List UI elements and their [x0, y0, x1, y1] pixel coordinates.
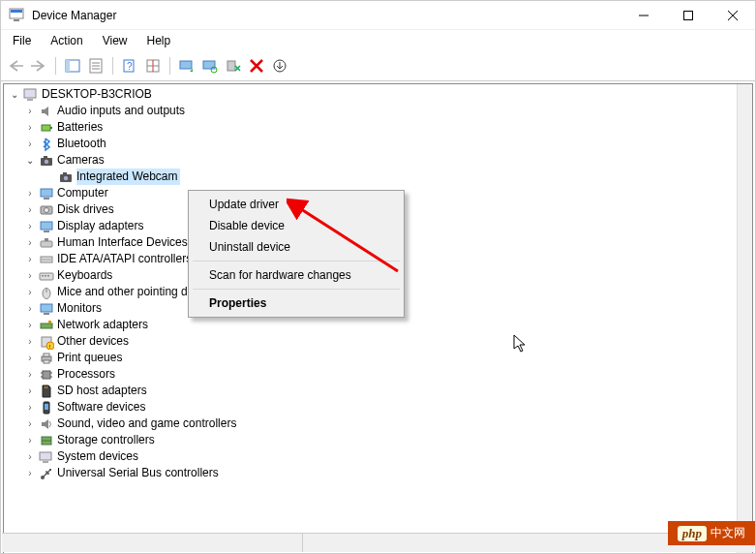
ctx-scan-hardware[interactable]: Scan for hardware changes — [192, 264, 401, 286]
category-label[interactable]: IDE ATA/ATAPI controllers — [57, 251, 192, 267]
properties-button[interactable] — [85, 55, 106, 77]
svg-rect-58 — [44, 360, 49, 363]
expand-toggle[interactable]: › — [23, 220, 37, 233]
expand-toggle[interactable]: › — [23, 385, 37, 398]
category-label[interactable]: Sound, video and game controllers — [57, 416, 236, 432]
svg-rect-44 — [42, 275, 44, 277]
camera-icon — [39, 153, 54, 169]
titlebar: Device Manager — [1, 1, 755, 30]
menubar: File Action View Help — [1, 30, 755, 53]
category-label[interactable]: Monitors — [57, 300, 102, 317]
minimize-button[interactable] — [621, 1, 666, 30]
expand-toggle[interactable]: › — [23, 187, 37, 200]
svg-rect-4 — [684, 11, 693, 19]
ctx-uninstall-device[interactable]: Uninstall device — [192, 236, 401, 258]
expand-toggle[interactable]: ⌄ — [23, 154, 37, 168]
expand-toggle[interactable]: › — [23, 302, 37, 316]
audio-icon — [39, 104, 54, 119]
category-label[interactable]: Computer — [57, 185, 108, 201]
category-label[interactable]: Disk drives — [57, 201, 114, 218]
category-label[interactable]: Print queues — [57, 350, 122, 366]
network-icon — [39, 318, 54, 333]
app-icon — [9, 8, 24, 23]
monitor-up-icon — [179, 58, 195, 74]
menu-file[interactable]: File — [9, 32, 35, 49]
expand-toggle[interactable]: › — [23, 269, 37, 283]
maximize-button[interactable] — [666, 1, 711, 30]
show-hide-tree-button[interactable] — [62, 55, 83, 77]
category-label[interactable]: Cameras — [57, 152, 105, 169]
category-label[interactable]: Human Interface Devices — [57, 234, 188, 251]
category-label[interactable]: Bluetooth — [57, 136, 106, 152]
svg-rect-65 — [46, 386, 47, 388]
expand-toggle[interactable]: › — [23, 434, 37, 447]
expand-toggle[interactable]: › — [23, 121, 37, 135]
forward-button[interactable] — [28, 55, 49, 77]
ctx-separator — [193, 261, 400, 262]
category-label[interactable]: Display adapters — [57, 218, 143, 234]
svg-rect-71 — [43, 461, 48, 463]
category-label[interactable]: Storage controllers — [57, 432, 155, 448]
disk-icon — [39, 202, 54, 218]
sound-icon — [39, 416, 54, 432]
category-label[interactable]: Other devices — [57, 333, 129, 350]
svg-rect-57 — [44, 354, 49, 356]
category-label[interactable]: SD host adapters — [57, 383, 147, 399]
expand-toggle[interactable]: › — [23, 467, 37, 480]
context-menu: Update driver Disable device Uninstall d… — [188, 190, 405, 318]
category-label[interactable]: Software devices — [57, 399, 145, 416]
svg-rect-2 — [14, 19, 19, 21]
ctx-disable-device[interactable]: Disable device — [192, 215, 401, 236]
svg-rect-52 — [48, 321, 51, 323]
svg-point-36 — [45, 207, 49, 212]
menu-view[interactable]: View — [99, 32, 132, 49]
svg-rect-1 — [11, 10, 22, 13]
close-button[interactable] — [711, 1, 755, 30]
category-label[interactable]: Keyboards — [57, 267, 112, 284]
menu-action[interactable]: Action — [46, 32, 86, 49]
expand-toggle[interactable]: › — [23, 105, 37, 118]
disable-icon — [226, 58, 241, 74]
expand-toggle[interactable]: › — [23, 368, 37, 382]
menu-help[interactable]: Help — [143, 32, 175, 49]
expand-toggle[interactable]: › — [23, 335, 37, 349]
category-label[interactable]: System devices — [57, 448, 138, 465]
expand-toggle[interactable]: › — [23, 417, 37, 431]
ctx-properties[interactable]: Properties — [192, 292, 401, 314]
svg-rect-70 — [40, 452, 51, 460]
expand-toggle[interactable]: › — [23, 138, 37, 151]
category-label[interactable]: Universal Serial Bus controllers — [57, 465, 219, 481]
expand-toggle[interactable]: › — [23, 236, 37, 250]
watermark: php 中文网 — [668, 521, 755, 545]
svg-rect-51 — [41, 323, 52, 328]
category-label[interactable]: Network adapters — [57, 317, 148, 333]
expand-toggle[interactable]: › — [23, 450, 37, 464]
help-button[interactable]: ? — [119, 55, 140, 77]
ctx-update-driver[interactable]: Update driver — [192, 194, 401, 215]
vertical-scrollbar[interactable] — [737, 84, 752, 554]
update-driver-button[interactable] — [176, 55, 197, 77]
arrow-right-icon — [31, 60, 46, 72]
root-node-label[interactable]: DESKTOP-B3CRIOB — [42, 86, 152, 103]
device-label-selected[interactable]: Integrated Webcam — [76, 169, 180, 185]
expand-toggle[interactable]: › — [23, 253, 37, 266]
scan-hardware-button[interactable] — [199, 55, 221, 77]
expand-toggle[interactable]: › — [23, 352, 37, 365]
expand-toggle[interactable]: › — [23, 286, 37, 299]
svg-rect-29 — [44, 156, 47, 158]
expand-toggle[interactable]: ⌄ — [8, 88, 21, 102]
uninstall-device-button[interactable] — [246, 55, 267, 77]
expand-toggle[interactable]: › — [23, 203, 37, 217]
install-legacy-button[interactable] — [269, 55, 290, 77]
grid-icon — [145, 58, 161, 74]
category-label[interactable]: Processors — [57, 366, 115, 383]
back-button[interactable] — [5, 55, 26, 77]
expand-toggle[interactable]: › — [23, 319, 37, 332]
category-label[interactable]: Batteries — [57, 119, 103, 136]
category-label[interactable]: Audio inputs and outputs — [57, 103, 185, 119]
disable-device-button[interactable] — [223, 55, 244, 77]
action-button[interactable] — [142, 55, 164, 77]
x-icon — [250, 59, 263, 73]
toolbar: ? — [1, 53, 755, 81]
expand-toggle[interactable]: › — [23, 401, 37, 415]
